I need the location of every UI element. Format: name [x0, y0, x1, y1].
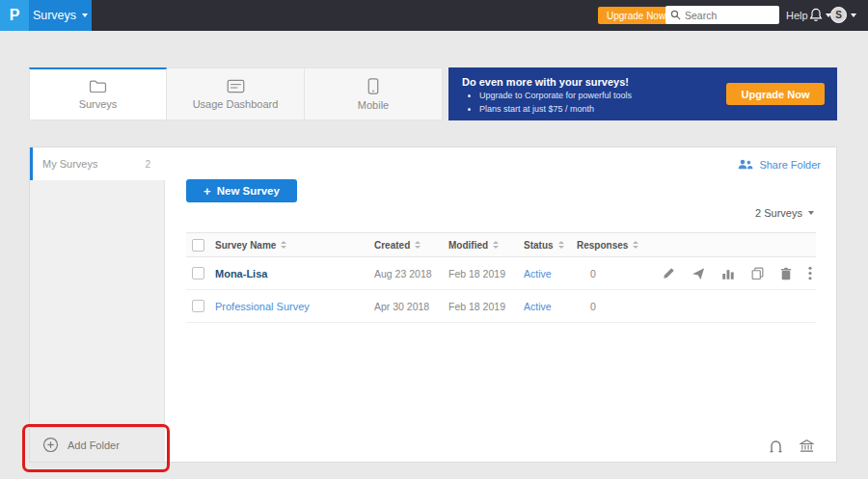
folder-icon: [89, 79, 107, 93]
promo-banner: Do even more with your surveys! Upgrade …: [448, 67, 837, 120]
surveys-count-label: 2 Surveys: [755, 207, 802, 219]
sort-icon[interactable]: [415, 241, 420, 249]
search-box: [665, 6, 779, 24]
table-row: Mona-Lisa Aug 23 2018 Feb 18 2019 Active…: [186, 257, 816, 290]
share-folder-icon: [737, 158, 753, 171]
app-logo[interactable]: P: [0, 0, 29, 31]
search-input[interactable]: [685, 10, 774, 21]
add-folder-button[interactable]: Add Folder: [30, 427, 165, 462]
tab-mobile-label: Mobile: [358, 99, 389, 111]
report-chart-icon[interactable]: [721, 267, 735, 280]
dashboard-icon: [227, 79, 245, 93]
restore-icon[interactable]: [769, 439, 783, 453]
app-logo-letter: P: [10, 7, 20, 24]
created-date: Apr 30 2018: [374, 301, 429, 312]
status-badge: Active: [524, 268, 552, 279]
copy-icon[interactable]: [751, 267, 764, 279]
avatar: S: [830, 7, 847, 23]
search-icon: [670, 10, 681, 20]
col-created: Created: [374, 240, 410, 251]
select-all-checkbox[interactable]: [192, 239, 204, 252]
surveys-panel: My Surveys 2 Add Folder Share Folder + N…: [29, 146, 837, 463]
responses-count: 0: [577, 268, 596, 279]
notifications-menu[interactable]: [809, 8, 831, 22]
surveys-table: Survey Name Created Modified Status Resp…: [186, 232, 816, 323]
sidebar-item-my-surveys[interactable]: My Surveys 2: [30, 147, 165, 180]
top-bar: P Surveys Upgrade Now Help S: [0, 0, 868, 31]
row-checkbox[interactable]: [192, 267, 204, 279]
upgrade-now-button[interactable]: Upgrade Now: [598, 7, 674, 24]
responses-count: 0: [577, 301, 596, 312]
tab-strip: Surveys Usage Dashboard Mobile: [29, 67, 443, 120]
trash-icon[interactable]: [780, 267, 792, 280]
product-menu-label: Surveys: [33, 9, 76, 22]
tab-usage-dashboard[interactable]: Usage Dashboard: [167, 67, 305, 120]
tab-mobile[interactable]: Mobile: [305, 67, 443, 120]
sort-icon[interactable]: [493, 241, 499, 249]
col-survey-name: Survey Name: [215, 240, 276, 251]
chevron-down-icon: [851, 13, 856, 17]
page: P Surveys Upgrade Now Help S: [0, 0, 868, 479]
status-badge: Active: [524, 301, 552, 312]
sort-icon[interactable]: [281, 241, 286, 249]
col-status: Status: [524, 240, 554, 251]
tab-surveys[interactable]: Surveys: [29, 67, 167, 120]
send-icon[interactable]: [692, 267, 705, 280]
share-folder-link[interactable]: Share Folder: [737, 158, 821, 171]
help-link[interactable]: Help: [786, 10, 808, 21]
kebab-menu-icon[interactable]: [808, 266, 812, 280]
table-header-row: Survey Name Created Modified Status Resp…: [186, 232, 816, 257]
chevron-down-icon: [82, 13, 88, 17]
share-folder-label: Share Folder: [759, 159, 821, 171]
col-responses: Responses: [577, 240, 628, 251]
tab-usage-dashboard-label: Usage Dashboard: [193, 98, 279, 110]
new-survey-label: New Survey: [217, 185, 280, 197]
bank-archive-icon[interactable]: [800, 439, 814, 453]
sort-icon[interactable]: [558, 241, 564, 249]
folder-list-background: [30, 180, 165, 462]
edit-icon[interactable]: [663, 267, 675, 279]
add-folder-label: Add Folder: [68, 439, 120, 451]
sort-icon[interactable]: [633, 241, 638, 249]
product-menu-surveys[interactable]: Surveys: [29, 0, 92, 31]
upgrade-now-label: Upgrade Now: [607, 11, 665, 21]
created-date: Aug 23 2018: [374, 268, 432, 279]
survey-name-link[interactable]: Professional Survey: [215, 301, 310, 312]
plus-icon: +: [203, 185, 211, 198]
bell-icon: [809, 8, 823, 22]
banner-upgrade-button[interactable]: Upgrade Now: [726, 83, 825, 105]
account-menu[interactable]: S: [830, 7, 856, 23]
modified-date: Feb 18 2019: [448, 301, 505, 312]
modified-date: Feb 18 2019: [448, 268, 505, 279]
panel-footer-tools: [769, 439, 814, 453]
my-surveys-label: My Surveys: [42, 158, 97, 170]
new-survey-button[interactable]: + New Survey: [186, 179, 297, 202]
chevron-down-icon: [808, 211, 814, 215]
row-checkbox[interactable]: [192, 300, 204, 312]
tab-surveys-label: Surveys: [79, 98, 118, 110]
mobile-icon: [367, 78, 379, 94]
banner-upgrade-label: Upgrade Now: [742, 89, 810, 100]
promo-bullet: Plans start at just $75 / month: [479, 103, 837, 117]
my-surveys-count: 2: [145, 159, 150, 170]
table-row: Professional Survey Apr 30 2018 Feb 18 2…: [186, 290, 816, 323]
surveys-count-dropdown[interactable]: 2 Surveys: [755, 207, 814, 219]
col-modified: Modified: [448, 240, 488, 251]
plus-circle-icon: [42, 437, 59, 453]
survey-name-link[interactable]: Mona-Lisa: [215, 268, 267, 279]
